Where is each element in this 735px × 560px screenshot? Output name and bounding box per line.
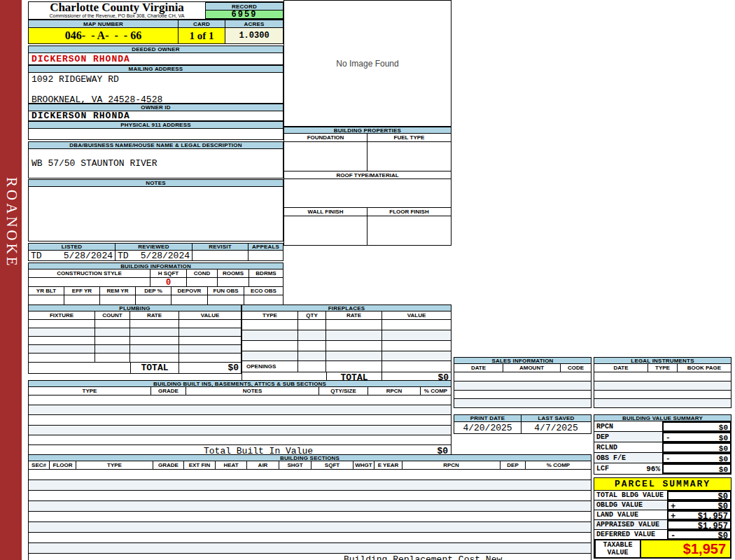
- reviewed-date: 5/28/2024: [141, 251, 190, 261]
- column-header: DEP: [500, 461, 526, 469]
- floor-finish-label: FLOOR FINISH: [368, 208, 451, 216]
- revisit-label: REVISIT: [192, 243, 248, 251]
- print-date-label: PRINT DATE: [454, 414, 522, 422]
- column-header: RATE: [326, 312, 382, 319]
- bdrms-value: [249, 278, 283, 286]
- summary-label: RPCN: [596, 423, 613, 430]
- table-row: [594, 399, 732, 408]
- plumbing-total-label: TOTAL: [130, 363, 179, 373]
- building-sections-table: SEC# FLOOR TYPE GRADE EXT FIN HEAT AIR S…: [28, 461, 592, 560]
- physical-address-label: PHYSICAL 911 ADDRESS: [28, 121, 284, 129]
- physical-address-value: [28, 129, 284, 140]
- column-header: BDRMS: [249, 270, 283, 277]
- column-header: REM YR: [100, 287, 136, 295]
- fireplaces-table: TYPE QTY RATE VALUE OPENINGS TOTAL $0: [241, 312, 451, 384]
- table-row: [28, 491, 592, 501]
- revisit-value: [192, 251, 248, 261]
- mailing-address-box: 1092 RIDGEWAY RD BROOKNEAL, VA 24528-452…: [28, 73, 284, 104]
- parcel-label: OBLDG VALUE: [594, 500, 667, 510]
- summary-value: $0: [664, 423, 730, 432]
- table-row: [594, 382, 732, 391]
- column-header: H SQFT: [150, 270, 187, 277]
- floor-finish-value: [368, 216, 451, 245]
- foundation-label: FOUNDATION: [284, 134, 368, 141]
- review-table: LISTED REVIEWED REVISIT APPEALS TD5/28/2…: [28, 243, 284, 261]
- legal-instruments-table: DATE TYPE BOOK PAGE: [594, 364, 732, 408]
- column-header: TYPE: [76, 461, 153, 469]
- summary-label: LCF: [596, 465, 609, 472]
- dba-label: DBA/BUISNESS NAME/HOUSE NAME & LEGAL DES…: [28, 141, 284, 149]
- table-row: [28, 320, 241, 328]
- column-header: QTY/SIZE: [319, 387, 368, 395]
- appeals-value: [248, 251, 284, 261]
- listed-value: TD5/28/2024: [28, 251, 115, 261]
- column-header: COND: [187, 270, 218, 277]
- building-properties-title: BUILDING PROPERTIES: [284, 127, 451, 134]
- column-header: NOTES: [186, 387, 319, 395]
- column-header: WHGT: [354, 461, 374, 469]
- column-header: RPCN: [368, 387, 421, 395]
- table-row: [28, 543, 592, 554]
- table-row: [28, 480, 592, 491]
- column-header: DATE: [454, 364, 503, 372]
- column-header: % COMP: [526, 461, 591, 469]
- column-header: ECO OBS: [244, 287, 283, 295]
- table-row: [241, 330, 451, 341]
- print-save-table: PRINT DATE LAST SAVED 4/20/2025 4/7/2025: [454, 414, 592, 434]
- taxable-label: TAXABLE VALUE: [594, 540, 641, 559]
- column-header: AIR: [247, 461, 279, 469]
- summary-row: OBS F/E - $0: [594, 453, 732, 463]
- building-information-title: BUILDING INFORMATION: [28, 262, 284, 270]
- print-date-value: 4/20/2025: [454, 422, 522, 434]
- column-header: % COMP: [421, 387, 451, 395]
- parcel-row: TOTAL BLDG VALUE $0: [594, 491, 732, 500]
- summary-row: RPCN $0: [594, 421, 732, 432]
- record-value: 6959: [205, 10, 284, 19]
- column-header: TYPE: [648, 364, 678, 372]
- table-row: [28, 396, 451, 405]
- column-header: EXT FIN: [184, 461, 216, 469]
- fuel-type-label: FUEL TYPE: [368, 134, 451, 141]
- column-header: SQFT: [312, 461, 354, 469]
- table-row: [28, 354, 241, 363]
- table-row: [28, 328, 241, 337]
- column-header: ROOMS: [218, 270, 249, 277]
- sidebar-stripe: ROANOKE: [0, 0, 22, 560]
- column-header: EFF YR: [64, 287, 100, 295]
- column-header: TYPE: [29, 387, 151, 395]
- listed-by: TD: [31, 251, 42, 261]
- parcel-value: $0: [668, 531, 730, 541]
- summary-label: DEP: [596, 433, 609, 441]
- summary-row: RCLND $0: [594, 442, 732, 453]
- building-value-summary-title: BUILDING VALUE SUMMARY: [594, 414, 732, 421]
- last-saved-value: 4/7/2025: [522, 422, 592, 434]
- summary-label: RCLND: [596, 444, 617, 451]
- table-row: [28, 512, 592, 522]
- summary-label: OBS F/E: [596, 454, 626, 462]
- column-header: FLOOR: [50, 461, 76, 469]
- roof-value: [284, 179, 451, 208]
- building-replacement-cost-label: Building Replacement Cost New: [344, 554, 502, 560]
- table-row: [594, 391, 732, 399]
- last-saved-label: LAST SAVED: [522, 414, 592, 422]
- column-header: YR BLT: [29, 287, 64, 295]
- column-header: BOOK PAGE: [678, 364, 731, 372]
- map-card-acres-table: MAP NUMBER CARD ACRES 046- - A- - - 66 1…: [28, 20, 284, 44]
- table-row: [28, 345, 241, 354]
- h-sqft-value: 0: [150, 278, 187, 286]
- foundation-value: [284, 142, 368, 171]
- parcel-row: APPRAISED VALUE $1,957: [594, 520, 732, 530]
- legal-instruments-title: LEGAL INSTRUMENTS: [594, 357, 732, 364]
- mailing-address-label: MAILING ADDRESS: [28, 65, 284, 73]
- column-header: RATE: [130, 312, 179, 319]
- column-header: E YEAR: [374, 461, 402, 469]
- building-value-summary-table: RPCN $0 DEP - $0 RCLND $0: [594, 421, 732, 475]
- mailing-address-line1: 1092 RIDGEWAY RD: [31, 74, 280, 85]
- taxable-row: TAXABLE VALUE $1,957: [594, 540, 732, 559]
- parcel-row: OBLDG VALUE + $0: [594, 500, 732, 510]
- table-row: [241, 320, 451, 330]
- table-row: [241, 341, 451, 351]
- summary-value: $0: [664, 444, 730, 453]
- column-header: DEP %: [136, 287, 172, 295]
- cond-value: [187, 278, 218, 286]
